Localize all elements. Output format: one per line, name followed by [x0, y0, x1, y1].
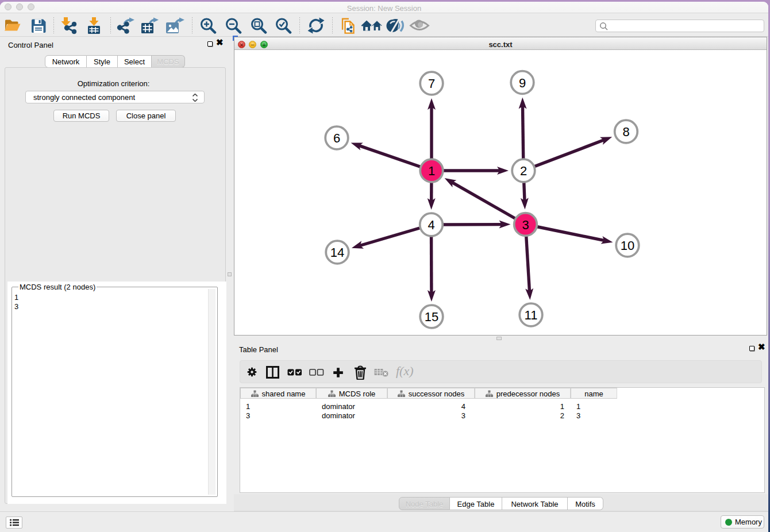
- svg-text:6: 6: [333, 131, 340, 145]
- svg-text:3: 3: [522, 218, 529, 232]
- svg-text:14: 14: [330, 245, 344, 260]
- svg-text:2: 2: [520, 164, 527, 178]
- svg-text:11: 11: [525, 308, 538, 322]
- svg-text:1: 1: [428, 164, 435, 178]
- svg-text:4: 4: [428, 218, 434, 232]
- svg-text:8: 8: [622, 125, 629, 139]
- svg-text:7: 7: [428, 76, 435, 91]
- svg-text:15: 15: [425, 310, 438, 324]
- svg-text:9: 9: [519, 76, 526, 90]
- svg-text:10: 10: [621, 238, 634, 253]
